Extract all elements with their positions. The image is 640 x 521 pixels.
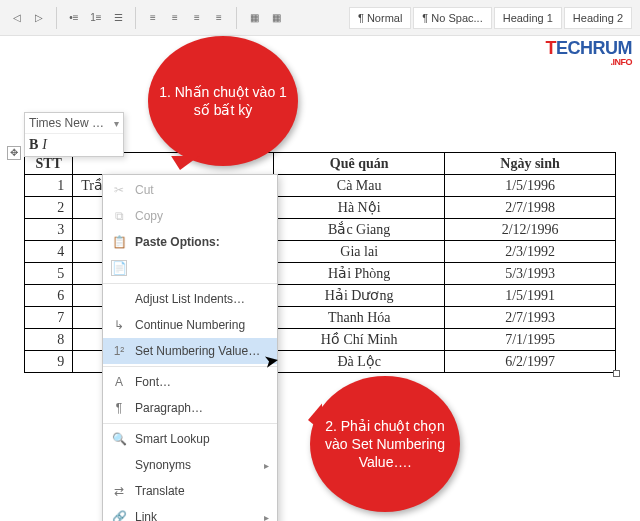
align-center-button[interactable]: ≡ <box>166 9 184 27</box>
cell-stt[interactable]: 7 <box>25 307 73 329</box>
menu-set-numbering-label: Set Numbering Value… <box>135 344 260 358</box>
menu-font-label: Font… <box>135 375 171 389</box>
callout-1: 1. Nhấn chuột vào 1 số bất kỳ <box>148 36 298 166</box>
menu-copy[interactable]: ⧉ Copy <box>103 203 277 229</box>
cell-date[interactable]: 2/3/1992 <box>445 241 616 263</box>
menu-set-numbering-value[interactable]: 1² Set Numbering Value… <box>103 338 277 364</box>
paste-icon: 📋 <box>111 234 127 250</box>
bold-button[interactable]: B <box>29 137 38 153</box>
styles-group: ¶ Normal ¶ No Spac... Heading 1 Heading … <box>349 7 632 29</box>
menu-smart-lookup-label: Smart Lookup <box>135 432 210 446</box>
menu-link-label: Link <box>135 510 157 521</box>
paste-keep-source-icon: 📄 <box>111 260 127 276</box>
font-selector[interactable]: Times New … <box>29 116 110 130</box>
cell-que[interactable]: Hải Dương <box>274 285 445 307</box>
menu-paste-keep-source[interactable]: 📄 <box>103 255 277 281</box>
cell-stt[interactable]: 4 <box>25 241 73 263</box>
multilevel-button[interactable]: ☰ <box>109 9 127 27</box>
cell-stt[interactable]: 5 <box>25 263 73 285</box>
bullets-button[interactable]: •≡ <box>65 9 83 27</box>
chevron-right-icon: ▸ <box>264 512 269 522</box>
style-heading2[interactable]: Heading 2 <box>564 7 632 29</box>
menu-link[interactable]: 🔗 Link ▸ <box>103 504 277 521</box>
cell-date[interactable]: 2/7/1993 <box>445 307 616 329</box>
link-icon: 🔗 <box>111 509 127 521</box>
cell-date[interactable]: 2/12/1996 <box>445 219 616 241</box>
continue-numbering-icon: ↳ <box>111 317 127 333</box>
cell-date[interactable]: 6/2/1997 <box>445 351 616 373</box>
ribbon: ◁ ▷ •≡ 1≡ ☰ ≡ ≡ ≡ ≡ ▦ ▦ ¶ Normal ¶ No Sp… <box>0 0 640 36</box>
cell-que[interactable]: Bắc Giang <box>274 219 445 241</box>
cell-que[interactable]: Thanh Hóa <box>274 307 445 329</box>
cell-que[interactable]: Gia lai <box>274 241 445 263</box>
chevron-down-icon[interactable]: ▾ <box>114 118 119 129</box>
mini-format-toolbar: Times New … ▾ B I <box>24 112 124 157</box>
cell-que[interactable]: Đà Lộc <box>274 351 445 373</box>
menu-font[interactable]: A Font… <box>103 369 277 395</box>
set-numbering-icon: 1² <box>111 343 127 359</box>
menu-cut[interactable]: ✂ Cut <box>103 177 277 203</box>
style-heading1[interactable]: Heading 1 <box>494 7 562 29</box>
header-date: Ngày sinh <box>445 153 616 175</box>
menu-continue-numbering-label: Continue Numbering <box>135 318 245 332</box>
menu-translate-label: Translate <box>135 484 185 498</box>
menu-paste-label: Paste Options: <box>135 235 220 249</box>
callout-1-text: 1. Nhấn chuột vào 1 số bất kỳ <box>158 83 288 119</box>
menu-synonyms-label: Synonyms <box>135 458 191 472</box>
menu-adjust-indents[interactable]: Adjust List Indents… <box>103 286 277 312</box>
cut-icon: ✂ <box>111 182 127 198</box>
copy-icon: ⧉ <box>111 208 127 224</box>
style-nospacing[interactable]: ¶ No Spac... <box>413 7 491 29</box>
menu-copy-label: Copy <box>135 209 163 223</box>
watermark-logo: TECHRUM .INFO <box>546 38 633 67</box>
paragraph-icon: ¶ <box>111 400 127 416</box>
style-normal[interactable]: ¶ Normal <box>349 7 411 29</box>
menu-smart-lookup[interactable]: 🔍 Smart Lookup <box>103 426 277 452</box>
font-icon: A <box>111 374 127 390</box>
cell-stt[interactable]: 1 <box>25 175 73 197</box>
cell-date[interactable]: 1/5/1996 <box>445 175 616 197</box>
indent-button[interactable]: ▷ <box>30 9 48 27</box>
table-selection-handle[interactable] <box>613 370 620 377</box>
outdent-button[interactable]: ◁ <box>8 9 26 27</box>
callout-2-text: 2. Phải chuột chọn vào Set Numbering Val… <box>320 417 450 472</box>
cell-date[interactable]: 1/5/1991 <box>445 285 616 307</box>
menu-paragraph[interactable]: ¶ Paragraph… <box>103 395 277 421</box>
cell-date[interactable]: 5/3/1993 <box>445 263 616 285</box>
numbering-button[interactable]: 1≡ <box>87 9 105 27</box>
justify-button[interactable]: ≡ <box>210 9 228 27</box>
cell-stt[interactable]: 6 <box>25 285 73 307</box>
menu-paragraph-label: Paragraph… <box>135 401 203 415</box>
menu-paste-options: 📋 Paste Options: <box>103 229 277 255</box>
align-left-button[interactable]: ≡ <box>144 9 162 27</box>
callout-2: 2. Phải chuột chọn vào Set Numbering Val… <box>310 376 460 512</box>
cell-stt[interactable]: 9 <box>25 351 73 373</box>
translate-icon: ⇄ <box>111 483 127 499</box>
synonyms-icon <box>111 457 127 473</box>
cell-date[interactable]: 2/7/1998 <box>445 197 616 219</box>
align-right-button[interactable]: ≡ <box>188 9 206 27</box>
shading-button[interactable]: ▦ <box>245 9 263 27</box>
cell-que[interactable]: Hải Phòng <box>274 263 445 285</box>
context-menu: ✂ Cut ⧉ Copy 📋 Paste Options: 📄 Adjust L… <box>102 174 278 521</box>
menu-synonyms[interactable]: Synonyms ▸ <box>103 452 277 478</box>
menu-translate[interactable]: ⇄ Translate <box>103 478 277 504</box>
cell-stt[interactable]: 3 <box>25 219 73 241</box>
adjust-indents-icon <box>111 291 127 307</box>
menu-continue-numbering[interactable]: ↳ Continue Numbering <box>103 312 277 338</box>
borders-button[interactable]: ▦ <box>267 9 285 27</box>
cell-stt[interactable]: 8 <box>25 329 73 351</box>
menu-adjust-indents-label: Adjust List Indents… <box>135 292 245 306</box>
cell-que[interactable]: Cà Mau <box>274 175 445 197</box>
cell-date[interactable]: 7/1/1995 <box>445 329 616 351</box>
menu-cut-label: Cut <box>135 183 154 197</box>
table-move-handle[interactable]: ✥ <box>7 146 21 160</box>
cell-que[interactable]: Hà Nội <box>274 197 445 219</box>
cell-que[interactable]: Hồ Chí Minh <box>274 329 445 351</box>
italic-button[interactable]: I <box>42 137 47 153</box>
header-que: Quê quán <box>274 153 445 175</box>
chevron-right-icon: ▸ <box>264 460 269 471</box>
cell-stt[interactable]: 2 <box>25 197 73 219</box>
smart-lookup-icon: 🔍 <box>111 431 127 447</box>
